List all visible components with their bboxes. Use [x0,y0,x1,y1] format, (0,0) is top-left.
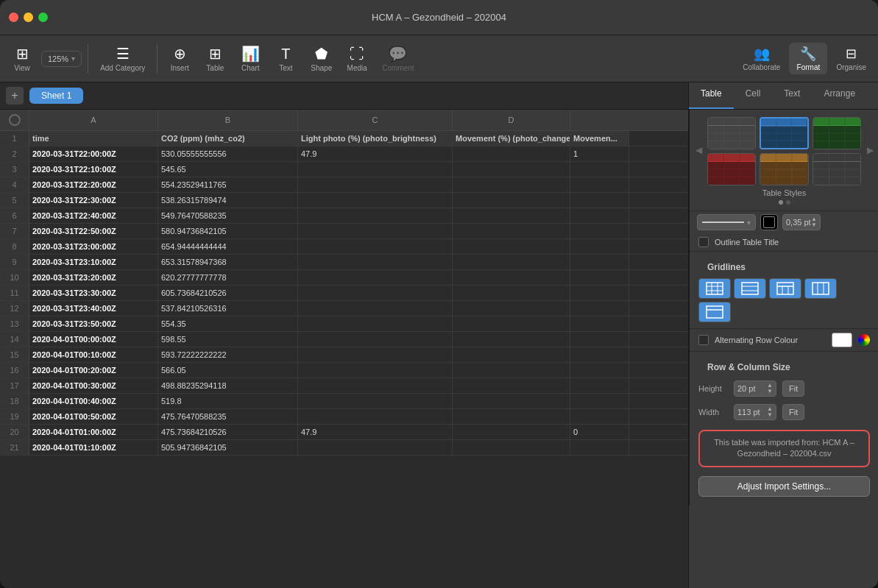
table-cell[interactable] [453,224,570,238]
table-cell[interactable] [298,286,453,300]
table-cell[interactable] [453,347,570,362]
table-cell[interactable]: 653.31578947368 [158,255,298,269]
height-input[interactable]: 20 pt ▲ ▼ [734,380,776,397]
table-cell[interactable] [298,255,453,269]
table-cell[interactable] [570,270,629,285]
table-cell[interactable] [570,162,629,177]
table-cell[interactable] [298,208,453,223]
table-cell[interactable] [570,286,629,300]
select-all-circle[interactable] [9,114,21,126]
table-cell[interactable]: 2020-03-31T23:10:00Z [29,255,158,269]
border-style-select[interactable]: ▾ [697,214,756,230]
table-button[interactable]: ⊞ Table [199,40,231,78]
border-width-stepper[interactable]: ▲ ▼ [811,216,817,228]
table-cell[interactable] [453,146,570,161]
gridlines-header-cols-btn[interactable] [769,278,801,299]
table-cell[interactable]: 2020-03-31T23:30:00Z [29,286,158,300]
fullscreen-button[interactable] [38,13,48,22]
organise-button[interactable]: ⊟ Organise [830,43,872,74]
table-cell[interactable] [453,286,570,300]
table-cell[interactable]: 654.94444444444 [158,239,298,254]
table-cell[interactable] [453,394,570,408]
tab-arrange[interactable]: Arrange [812,82,867,109]
table-cell[interactable] [570,255,629,269]
tab-table[interactable]: Table [689,82,734,109]
outline-table-title-checkbox[interactable] [698,237,709,247]
table-cell[interactable]: 2020-04-01T00:50:00Z [29,409,158,424]
table-cell[interactable] [453,255,570,269]
table-cell[interactable]: 2020-04-01T01:10:00Z [29,440,158,455]
stepper-down-icon[interactable]: ▼ [811,222,817,228]
table-cell[interactable] [453,270,570,285]
collaborate-button[interactable]: 👥 Collaborate [737,43,786,74]
border-color-button[interactable] [760,214,778,230]
table-cell[interactable] [298,301,453,316]
table-cell[interactable] [298,162,453,177]
table-style-red[interactable] [707,153,756,185]
gridlines-vertical-btn[interactable] [804,278,837,299]
table-cell[interactable] [570,363,629,378]
height-stepper[interactable]: ▲ ▼ [767,383,773,394]
table-cell[interactable]: 2020-04-01T01:00:00Z [29,425,158,439]
table-cell[interactable]: 2020-03-31T22:10:00Z [29,162,158,177]
width-stepper[interactable]: ▲ ▼ [767,406,773,418]
width-fit-button[interactable]: Fit [782,404,804,420]
alternating-colour-swatch[interactable] [832,333,852,347]
table-cell[interactable]: 2020-03-31T23:00:00Z [29,239,158,254]
style-scroll-left-icon[interactable]: ◀ [693,139,704,161]
table-cell[interactable] [453,409,570,424]
table-cell[interactable]: CO2 (ppm) (mhz_co2) [158,131,298,146]
table-cell[interactable]: Movement (%) (photo_change) [453,131,570,146]
table-cell[interactable] [453,162,570,177]
table-scroll[interactable]: 1 time CO2 (ppm) (mhz_co2) Light photo (… [0,131,688,588]
view-button[interactable]: ⊞ View [6,40,38,78]
table-style-orange[interactable] [760,153,808,185]
table-cell[interactable] [298,363,453,378]
table-cell[interactable]: 475.73684210526 [158,425,298,439]
table-cell[interactable]: 519.8 [158,394,298,408]
comment-button[interactable]: 💬 Comment [376,40,419,78]
table-cell[interactable]: 2020-03-31T23:20:00Z [29,270,158,285]
tab-cell[interactable]: Cell [734,82,773,109]
insert-button[interactable]: ⊕ Insert [163,40,196,78]
table-cell[interactable] [570,208,629,223]
table-cell[interactable]: 47.9 [298,425,453,439]
alternating-row-colour-checkbox[interactable] [698,335,709,345]
table-cell[interactable] [570,224,629,238]
table-style-plain[interactable] [707,117,756,149]
gridlines-horizontal-btn[interactable] [734,278,766,299]
table-cell[interactable] [570,440,629,455]
table-cell[interactable]: 2020-03-31T22:40:00Z [29,208,158,223]
table-cell[interactable] [570,301,629,316]
table-cell[interactable] [570,193,629,208]
table-cell[interactable] [298,347,453,362]
table-cell[interactable]: 1 [570,146,629,161]
gridlines-all-btn[interactable] [698,278,731,299]
table-cell[interactable] [453,208,570,223]
table-cell[interactable] [570,239,629,254]
table-style-blue[interactable] [760,117,808,149]
height-fit-button[interactable]: Fit [782,380,804,397]
table-cell[interactable]: 530.05555555556 [158,146,298,161]
table-cell[interactable] [298,224,453,238]
table-cell[interactable] [298,409,453,424]
table-cell[interactable]: time [29,131,158,146]
width-input[interactable]: 113 pt ▲ ▼ [734,404,776,420]
table-cell[interactable]: 2020-03-31T22:30:00Z [29,193,158,208]
table-cell[interactable]: 2020-03-31T23:40:00Z [29,301,158,316]
tab-text[interactable]: Text [772,82,812,109]
table-cell[interactable] [298,440,453,455]
table-cell[interactable]: 598.55 [158,332,298,347]
close-button[interactable] [9,13,18,22]
table-cell[interactable] [298,193,453,208]
table-cell[interactable]: 538.26315789474 [158,193,298,208]
table-cell[interactable]: 2020-03-31T22:50:00Z [29,224,158,238]
chart-button[interactable]: 📊 Chart [234,40,266,78]
table-cell[interactable] [570,332,629,347]
table-cell[interactable] [453,177,570,192]
table-cell[interactable] [453,425,570,439]
table-cell[interactable]: Movemen... [570,131,629,146]
table-cell[interactable]: 593.72222222222 [158,347,298,362]
table-cell[interactable] [570,316,629,331]
adjust-import-settings-button[interactable]: Adjust Import Settings... [698,476,870,497]
